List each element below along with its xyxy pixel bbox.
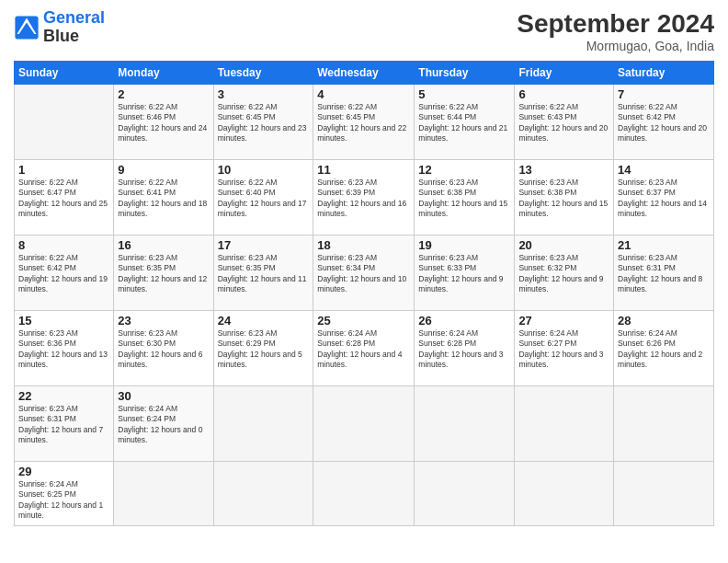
calendar-week-row: 8 Sunrise: 6:22 AMSunset: 6:42 PMDayligh… (15, 236, 714, 311)
calendar-header-row: SundayMondayTuesdayWednesdayThursdayFrid… (15, 62, 714, 85)
day-number: 26 (418, 314, 510, 327)
day-header-wednesday: Wednesday (313, 62, 415, 85)
calendar-cell: 27 Sunrise: 6:24 AMSunset: 6:27 PMDaylig… (515, 311, 614, 386)
calendar-cell (313, 386, 415, 462)
day-number: 30 (118, 389, 209, 403)
calendar-cell (515, 462, 614, 526)
calendar-cell: 3 Sunrise: 6:22 AMSunset: 6:45 PMDayligh… (213, 85, 313, 160)
day-number: 25 (317, 314, 410, 327)
day-number: 2 (118, 87, 209, 101)
logo: General Blue (14, 9, 105, 46)
day-number: 3 (218, 87, 310, 101)
day-info: Sunrise: 6:23 AMSunset: 6:38 PMDaylight:… (518, 178, 609, 220)
calendar-week-row: 2 Sunrise: 6:22 AMSunset: 6:46 PMDayligh… (15, 85, 714, 160)
day-number: 18 (317, 238, 410, 252)
day-info: Sunrise: 6:22 AMSunset: 6:45 PMDaylight:… (218, 102, 310, 144)
calendar-cell (213, 462, 313, 526)
calendar-cell: 22 Sunrise: 6:23 AMSunset: 6:31 PMDaylig… (15, 386, 114, 462)
calendar-cell: 28 Sunrise: 6:24 AMSunset: 6:26 PMDaylig… (614, 311, 714, 386)
day-info: Sunrise: 6:23 AMSunset: 6:34 PMDaylight:… (317, 253, 410, 295)
calendar-cell: 24 Sunrise: 6:23 AMSunset: 6:29 PMDaylig… (213, 311, 313, 386)
day-number: 8 (18, 238, 109, 252)
day-number: 16 (118, 238, 209, 252)
day-info: Sunrise: 6:24 AMSunset: 6:28 PMDaylight:… (418, 328, 510, 371)
day-number: 22 (18, 389, 109, 403)
calendar-cell: 19 Sunrise: 6:23 AMSunset: 6:33 PMDaylig… (415, 236, 515, 311)
calendar-cell (213, 386, 313, 462)
calendar-cell (515, 386, 614, 462)
calendar-cell: 14 Sunrise: 6:23 AMSunset: 6:37 PMDaylig… (614, 160, 714, 236)
calendar-cell (614, 386, 714, 462)
calendar-week-row: 15 Sunrise: 6:23 AMSunset: 6:36 PMDaylig… (15, 311, 714, 386)
calendar-week-row: 29 Sunrise: 6:24 AMSunset: 6:25 PMDaylig… (15, 462, 714, 526)
day-number: 28 (618, 314, 710, 327)
day-info: Sunrise: 6:23 AMSunset: 6:37 PMDaylight:… (618, 178, 710, 220)
day-info: Sunrise: 6:23 AMSunset: 6:32 PMDaylight:… (518, 253, 609, 295)
day-number: 17 (218, 238, 310, 252)
calendar-week-row: 22 Sunrise: 6:23 AMSunset: 6:31 PMDaylig… (15, 386, 714, 462)
day-number: 9 (118, 163, 209, 177)
day-number: 27 (518, 314, 609, 327)
location-title: Mormugao, Goa, India (517, 39, 714, 53)
calendar-cell (313, 462, 415, 526)
day-header-monday: Monday (114, 62, 213, 85)
day-number: 21 (618, 238, 710, 252)
day-number: 5 (418, 87, 510, 101)
day-info: Sunrise: 6:23 AMSunset: 6:33 PMDaylight:… (418, 253, 510, 295)
day-info: Sunrise: 6:23 AMSunset: 6:35 PMDaylight:… (118, 253, 209, 295)
day-number: 15 (18, 314, 109, 327)
calendar-cell (15, 85, 114, 160)
day-info: Sunrise: 6:23 AMSunset: 6:30 PMDaylight:… (118, 328, 209, 371)
day-info: Sunrise: 6:22 AMSunset: 6:42 PMDaylight:… (18, 253, 109, 295)
calendar-cell: 26 Sunrise: 6:24 AMSunset: 6:28 PMDaylig… (415, 311, 515, 386)
logo-text2: Blue (43, 28, 105, 46)
page-container: General Blue September 2024 Mormugao, Go… (0, 0, 728, 535)
calendar-cell: 21 Sunrise: 6:23 AMSunset: 6:31 PMDaylig… (614, 236, 714, 311)
day-number: 20 (518, 238, 609, 252)
calendar-cell (614, 462, 714, 526)
day-header-thursday: Thursday (415, 62, 515, 85)
calendar-cell: 25 Sunrise: 6:24 AMSunset: 6:28 PMDaylig… (313, 311, 415, 386)
page-header: General Blue September 2024 Mormugao, Go… (14, 9, 714, 53)
day-number: 24 (218, 314, 310, 327)
calendar-cell: 6 Sunrise: 6:22 AMSunset: 6:43 PMDayligh… (515, 85, 614, 160)
calendar-cell: 12 Sunrise: 6:23 AMSunset: 6:38 PMDaylig… (415, 160, 515, 236)
calendar-week-row: 1 Sunrise: 6:22 AMSunset: 6:47 PMDayligh… (15, 160, 714, 236)
day-info: Sunrise: 6:22 AMSunset: 6:43 PMDaylight:… (518, 102, 609, 144)
calendar-cell: 10 Sunrise: 6:22 AMSunset: 6:40 PMDaylig… (213, 160, 313, 236)
calendar-table: SundayMondayTuesdayWednesdayThursdayFrid… (14, 61, 714, 526)
day-info: Sunrise: 6:24 AMSunset: 6:24 PMDaylight:… (118, 404, 209, 446)
day-info: Sunrise: 6:23 AMSunset: 6:31 PMDaylight:… (18, 404, 109, 446)
day-info: Sunrise: 6:22 AMSunset: 6:40 PMDaylight:… (218, 178, 310, 220)
calendar-cell: 7 Sunrise: 6:22 AMSunset: 6:42 PMDayligh… (614, 85, 714, 160)
day-info: Sunrise: 6:23 AMSunset: 6:29 PMDaylight:… (218, 328, 310, 371)
day-number: 10 (218, 163, 310, 177)
day-info: Sunrise: 6:23 AMSunset: 6:35 PMDaylight:… (218, 253, 310, 295)
calendar-cell: 11 Sunrise: 6:23 AMSunset: 6:39 PMDaylig… (313, 160, 415, 236)
calendar-cell: 4 Sunrise: 6:22 AMSunset: 6:45 PMDayligh… (313, 85, 415, 160)
day-info: Sunrise: 6:22 AMSunset: 6:47 PMDaylight:… (18, 178, 109, 220)
day-number: 13 (518, 163, 609, 177)
day-info: Sunrise: 6:23 AMSunset: 6:38 PMDaylight:… (418, 178, 510, 220)
day-info: Sunrise: 6:24 AMSunset: 6:28 PMDaylight:… (317, 328, 410, 371)
day-number: 23 (118, 314, 209, 327)
calendar-cell: 18 Sunrise: 6:23 AMSunset: 6:34 PMDaylig… (313, 236, 415, 311)
day-number: 7 (618, 87, 710, 101)
day-number: 19 (418, 238, 510, 252)
day-number: 14 (618, 163, 710, 177)
day-info: Sunrise: 6:23 AMSunset: 6:31 PMDaylight:… (618, 253, 710, 295)
day-header-saturday: Saturday (614, 62, 714, 85)
calendar-cell (415, 386, 515, 462)
day-info: Sunrise: 6:22 AMSunset: 6:41 PMDaylight:… (118, 178, 209, 220)
day-number: 1 (18, 163, 109, 177)
day-info: Sunrise: 6:24 AMSunset: 6:27 PMDaylight:… (518, 328, 609, 371)
calendar-cell: 9 Sunrise: 6:22 AMSunset: 6:41 PMDayligh… (114, 160, 213, 236)
logo-text: General (43, 9, 105, 28)
title-block: September 2024 Mormugao, Goa, India (517, 9, 714, 53)
day-info: Sunrise: 6:22 AMSunset: 6:45 PMDaylight:… (317, 102, 410, 144)
day-header-sunday: Sunday (15, 62, 114, 85)
day-number: 11 (317, 163, 410, 177)
day-number: 4 (317, 87, 410, 101)
day-header-tuesday: Tuesday (213, 62, 313, 85)
day-number: 29 (18, 465, 109, 478)
